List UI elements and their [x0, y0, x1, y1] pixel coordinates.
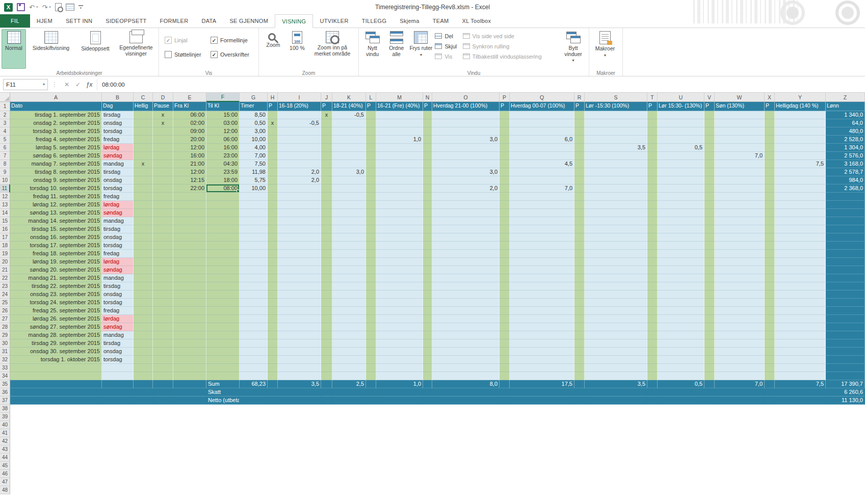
cell-I1[interactable]: 16-18 (20%)	[278, 102, 321, 111]
cell-Y41[interactable]	[775, 429, 826, 437]
cell-T25[interactable]	[647, 299, 658, 307]
cell-C48[interactable]	[134, 486, 153, 494]
cell-C9[interactable]	[134, 168, 153, 176]
cell-J47[interactable]	[321, 478, 332, 486]
cell-B42[interactable]	[102, 437, 134, 445]
cell-V36[interactable]	[704, 388, 715, 396]
cell-F28[interactable]	[206, 323, 240, 331]
cell-V38[interactable]	[704, 405, 715, 413]
cell-T40[interactable]	[647, 421, 658, 429]
cell-Q28[interactable]	[510, 323, 574, 331]
checkbox-stottelinjer[interactable]: Støttelinjer	[165, 50, 209, 59]
col-header-A[interactable]: A	[10, 93, 102, 102]
cell-K14[interactable]	[332, 209, 366, 217]
cell-V35[interactable]	[704, 380, 715, 388]
cell-J33[interactable]	[321, 364, 332, 372]
cell-E11[interactable]: 22:00	[173, 184, 206, 193]
cell-S29[interactable]	[585, 331, 647, 339]
cell-E14[interactable]	[173, 209, 206, 217]
cell-U28[interactable]	[658, 323, 704, 331]
cell-N43[interactable]	[423, 445, 432, 454]
cell-B7[interactable]: søndag	[102, 152, 134, 160]
cell-S15[interactable]	[585, 217, 647, 225]
cell-U8[interactable]	[658, 160, 704, 168]
cell-P47[interactable]	[500, 478, 510, 486]
cell-N10[interactable]	[423, 176, 432, 184]
cell-T34[interactable]	[647, 372, 658, 380]
cell-Y40[interactable]	[775, 421, 826, 429]
cell-B12[interactable]: fredag	[102, 193, 134, 201]
cell-W1[interactable]: Søn (130%)	[715, 102, 765, 111]
cell-Z7[interactable]: 2 576,0	[826, 152, 865, 160]
cell-X11[interactable]	[765, 184, 775, 193]
freeze-panes-button[interactable]: Frys ruter ▾	[408, 29, 433, 69]
cell-Z31[interactable]	[826, 348, 865, 356]
cell-Z2[interactable]: 1 340,0	[826, 111, 865, 119]
cell-Y20[interactable]	[775, 258, 826, 266]
cell-K24[interactable]	[332, 290, 366, 299]
cell-R2[interactable]	[574, 111, 585, 119]
cell-S10[interactable]	[585, 176, 647, 184]
cell-F7[interactable]: 23:00	[206, 152, 240, 160]
cell-F36[interactable]: Skatt	[206, 388, 240, 396]
cell-O19[interactable]	[432, 250, 500, 258]
cell-D25[interactable]	[153, 299, 173, 307]
cell-M8[interactable]	[376, 160, 423, 168]
cell-Z33[interactable]	[826, 364, 865, 372]
cell-G3[interactable]: 0,50	[240, 119, 268, 127]
cell-B16[interactable]: tirsdag	[102, 225, 134, 233]
cell-C4[interactable]	[134, 127, 153, 136]
cell-C15[interactable]	[134, 217, 153, 225]
cell-X2[interactable]	[765, 111, 775, 119]
cell-T46[interactable]	[647, 470, 658, 478]
cell-V41[interactable]	[704, 429, 715, 437]
row-header-36[interactable]: 36	[0, 388, 10, 396]
cell-C6[interactable]	[134, 144, 153, 152]
cell-K42[interactable]	[332, 437, 366, 445]
cell-L36[interactable]	[366, 388, 376, 396]
cell-J40[interactable]	[321, 421, 332, 429]
cell-Z45[interactable]	[826, 462, 865, 470]
cell-O41[interactable]	[432, 429, 500, 437]
cell-H38[interactable]	[268, 405, 278, 413]
cell-I4[interactable]	[278, 127, 321, 136]
cell-X24[interactable]	[765, 290, 775, 299]
cell-V3[interactable]	[704, 119, 715, 127]
cell-Y36[interactable]	[775, 388, 826, 396]
tab-visning[interactable]: VISNING	[275, 14, 313, 28]
cell-H19[interactable]	[268, 250, 278, 258]
cell-Y48[interactable]	[775, 486, 826, 494]
cell-D13[interactable]	[153, 201, 173, 209]
cell-C5[interactable]	[134, 136, 153, 144]
cell-U17[interactable]	[658, 233, 704, 242]
cell-Y44[interactable]	[775, 454, 826, 462]
cell-K25[interactable]	[332, 299, 366, 307]
tab-se-gjennom[interactable]: SE GJENNOM	[223, 14, 275, 28]
cell-X12[interactable]	[765, 193, 775, 201]
cell-L35[interactable]	[366, 380, 376, 388]
cell-Q14[interactable]	[510, 209, 574, 217]
cell-Q33[interactable]	[510, 364, 574, 372]
cell-Z21[interactable]	[826, 266, 865, 274]
cell-N24[interactable]	[423, 290, 432, 299]
normal-view-button[interactable]: Normal	[2, 29, 26, 69]
cell-Y3[interactable]	[775, 119, 826, 127]
cell-Z5[interactable]: 2 528,0	[826, 136, 865, 144]
cell-A44[interactable]	[10, 454, 102, 462]
cell-E23[interactable]	[173, 282, 206, 290]
cell-R23[interactable]	[574, 282, 585, 290]
cell-X21[interactable]	[765, 266, 775, 274]
cell-C10[interactable]	[134, 176, 153, 184]
cell-H8[interactable]	[268, 160, 278, 168]
cell-T38[interactable]	[647, 405, 658, 413]
cell-M33[interactable]	[376, 364, 423, 372]
cell-G12[interactable]	[240, 193, 268, 201]
cell-G14[interactable]	[240, 209, 268, 217]
cell-N12[interactable]	[423, 193, 432, 201]
cell-H27[interactable]	[268, 315, 278, 323]
cell-I34[interactable]	[278, 372, 321, 380]
cell-C26[interactable]	[134, 307, 153, 315]
cell-U5[interactable]	[658, 136, 704, 144]
cell-U42[interactable]	[658, 437, 704, 445]
cell-G27[interactable]	[240, 315, 268, 323]
